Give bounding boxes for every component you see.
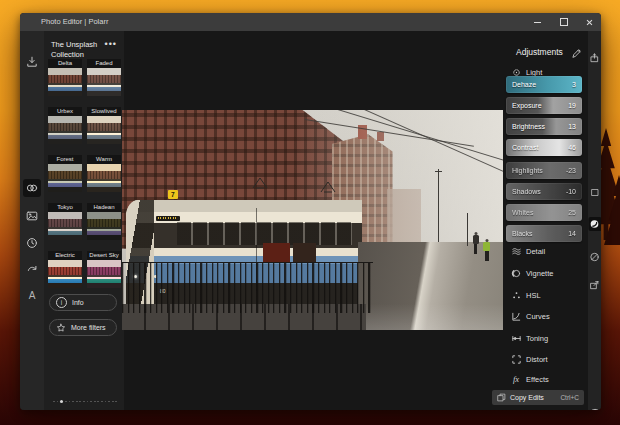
circle-mask-icon[interactable]	[588, 217, 601, 231]
three-dots-icon	[510, 289, 522, 301]
copy-icon	[497, 393, 506, 402]
filter-thumbnail[interactable]	[48, 116, 82, 144]
title-bar[interactable]: Photo Editor | Polarr	[20, 13, 601, 31]
filter-item[interactable]: Electric	[48, 251, 82, 288]
settings-gear-icon[interactable]	[23, 407, 41, 410]
minimize-icon[interactable]	[531, 16, 544, 28]
info-button[interactable]: Info	[49, 294, 117, 311]
filter-grid: Delta Faded Urbex Slowlived Forest	[48, 59, 121, 288]
filter-pagination-dots[interactable]	[53, 400, 117, 403]
pen-icon[interactable]	[571, 45, 582, 63]
slider-brightness[interactable]: Brightness13	[506, 118, 582, 135]
filter-panel: The Unsplash Collection ••• Delta Faded …	[44, 31, 124, 410]
close-icon[interactable]	[583, 16, 596, 28]
filter-item[interactable]: Tokyo	[48, 203, 82, 240]
left-toolbar: A	[20, 31, 44, 410]
window-title: Photo Editor | Polarr	[41, 13, 108, 31]
right-toolbar	[588, 31, 601, 410]
filter-item[interactable]: Delta	[48, 59, 82, 96]
photo-pantograph	[320, 180, 336, 193]
waves-icon	[510, 245, 522, 257]
filter-item[interactable]: Hadean	[87, 203, 121, 240]
filter-item[interactable]: Slowlived	[87, 107, 121, 144]
filter-thumbnail[interactable]	[48, 164, 82, 192]
desktop: Photo Editor | Polarr	[0, 0, 620, 425]
slider-blacks[interactable]: Blacks14	[506, 225, 582, 242]
filter-item[interactable]: Desert Sky	[87, 251, 121, 288]
slider-shadows[interactable]: Shadows-10	[506, 183, 582, 200]
section-toning[interactable]: Toning	[526, 334, 548, 343]
collection-title: The Unsplash Collection	[51, 40, 105, 60]
fx-icon: fx	[510, 373, 522, 385]
export-copy-icon[interactable]	[588, 278, 601, 291]
filter-thumbnail[interactable]	[48, 68, 82, 96]
copy-edits-button[interactable]: Copy Edits Ctrl+C	[492, 390, 584, 405]
photo-pantograph	[252, 176, 268, 189]
crop-icon[interactable]	[588, 186, 601, 199]
slider-exposure[interactable]: Exposure19	[506, 97, 582, 114]
photo-sign-pole	[467, 213, 468, 246]
show-original-eye-icon[interactable]	[588, 405, 601, 410]
slider-highlights[interactable]: Highlights-23	[506, 162, 582, 179]
photo-tram-windows	[177, 222, 352, 245]
slider-contrast[interactable]: Contrast46	[506, 139, 582, 156]
photo-library-icon[interactable]	[23, 207, 41, 225]
section-detail[interactable]: Detail	[526, 247, 545, 256]
photo-fence	[122, 262, 373, 314]
filter-thumbnail[interactable]	[87, 116, 121, 144]
filter-thumbnail[interactable]	[48, 212, 82, 240]
undo-icon[interactable]	[23, 260, 41, 278]
section-curves[interactable]: Curves	[526, 312, 550, 321]
filter-item[interactable]: Urbex	[48, 107, 82, 144]
filter-thumbnail[interactable]	[87, 212, 121, 240]
brush-disabled-icon[interactable]	[588, 250, 601, 263]
photo-canvas[interactable]: 7 80	[122, 110, 503, 330]
photo-person	[473, 232, 479, 256]
filter-item[interactable]: Forest	[48, 155, 82, 192]
photo-route-sign: 7	[168, 190, 178, 199]
filter-thumbnail[interactable]	[87, 68, 121, 96]
more-horizontal-icon[interactable]: •••	[105, 41, 117, 47]
filter-thumbnail[interactable]	[48, 260, 82, 288]
adjustments-panel: Adjustments Light Dehaze3 Exposure19 Bri…	[500, 31, 588, 410]
section-vignette[interactable]: Vignette	[526, 269, 553, 278]
history-icon[interactable]	[23, 234, 41, 252]
share-export-icon[interactable]	[588, 51, 601, 64]
curve-icon	[510, 310, 522, 322]
filter-item[interactable]: Faded	[87, 59, 121, 96]
photo-platform	[358, 242, 503, 330]
app-window: Photo Editor | Polarr	[20, 13, 601, 410]
filter-item[interactable]: Warm	[87, 155, 121, 192]
star-icon	[56, 323, 66, 333]
section-hsl[interactable]: HSL	[526, 291, 541, 300]
vignette-circle-icon	[510, 267, 522, 279]
distort-corners-icon	[510, 353, 522, 365]
section-distort[interactable]: Distort	[526, 355, 548, 364]
toning-slider-icon	[510, 332, 522, 344]
filter-thumbnail[interactable]	[87, 164, 121, 192]
section-effects[interactable]: Effects	[526, 375, 549, 384]
import-photo-icon[interactable]	[23, 53, 41, 71]
text-tool-icon[interactable]: A	[23, 286, 41, 304]
filters-icon[interactable]	[23, 179, 41, 197]
photo-catenary-pole	[438, 169, 439, 250]
photo-tram-ad	[263, 243, 290, 263]
photo-destination-sign	[156, 216, 180, 221]
slider-whites[interactable]: Whites25	[506, 204, 582, 221]
adjustments-title: Adjustments	[516, 47, 563, 57]
slider-dehaze[interactable]: Dehaze3	[506, 76, 582, 93]
photo-person-hivis	[483, 239, 490, 262]
maximize-icon[interactable]	[557, 16, 570, 28]
more-filters-button[interactable]: More filters	[49, 319, 117, 336]
filter-thumbnail[interactable]	[87, 260, 121, 288]
photo-tram-ad	[293, 243, 316, 263]
info-icon	[56, 297, 67, 308]
